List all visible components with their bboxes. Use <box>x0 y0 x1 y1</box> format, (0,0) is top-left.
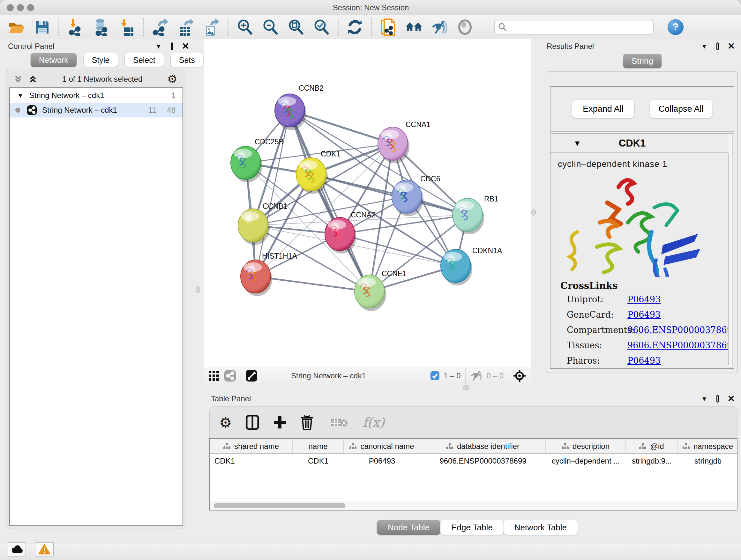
node-CDK1[interactable] <box>296 158 328 194</box>
zoom-out-button[interactable] <box>262 18 279 36</box>
birds-eye-toggle-button[interactable] <box>456 18 474 36</box>
export-image-button[interactable] <box>203 18 220 36</box>
node-CCNB2[interactable] <box>275 94 307 130</box>
add-column-icon[interactable] <box>273 416 286 429</box>
tab-node-table[interactable]: Node Table <box>377 520 441 535</box>
edge-CCNB2-HIST1H1A[interactable] <box>256 111 290 276</box>
zoom-selected-button[interactable] <box>313 18 330 36</box>
help-button[interactable]: ? <box>668 19 684 35</box>
search-field[interactable] <box>494 20 654 35</box>
results-scrollbar[interactable] <box>729 135 733 368</box>
column-header-database-identifier[interactable]: database identifier <box>420 439 546 453</box>
results-panel-body: Expand All Collapse All ▼ CDK1 cyclin–de… <box>547 71 738 373</box>
birds-eye-view-icon[interactable] <box>246 370 258 382</box>
edge-CCNA2-CDKN1A[interactable] <box>340 234 456 266</box>
open-session-from-cloud-button[interactable] <box>380 18 397 36</box>
column-header-shared-name[interactable]: shared name <box>210 439 293 453</box>
warnings-button[interactable] <box>35 543 54 557</box>
node-label-CCNA1: CCNA1 <box>406 120 430 129</box>
gear-icon[interactable]: ⚙ <box>167 72 178 86</box>
edge-CDK1-RB1[interactable] <box>311 174 468 215</box>
tab-style[interactable]: Style <box>84 53 118 67</box>
export-table-button[interactable] <box>177 18 194 36</box>
crosslink-link[interactable]: 9606.ENSP00000378699 <box>627 340 729 350</box>
left-splitter-handle[interactable] <box>196 287 200 293</box>
crosslink-link[interactable]: P06493 <box>627 310 661 320</box>
tab-edge-table[interactable]: Edge Table <box>441 520 503 535</box>
network-graph[interactable]: CCNB2CCNA1CDC25BCDK1CDC6RB1CCNB1CCNA2CDK… <box>204 39 531 367</box>
open-session-button[interactable] <box>8 18 25 36</box>
float-panel-icon[interactable] <box>171 43 173 50</box>
table-hscrollbar[interactable] <box>209 502 738 510</box>
node-CCNE1[interactable] <box>354 275 386 311</box>
collapse-all-button[interactable]: Collapse All <box>650 100 712 118</box>
network-row[interactable]: String Network – cdk1 11 48 <box>10 103 183 118</box>
network-canvas[interactable]: CCNB2CCNA1CDC25BCDK1CDC6RB1CCNB1CCNA2CDK… <box>204 39 531 367</box>
network-view-icon[interactable] <box>224 370 236 382</box>
refresh-view-button[interactable] <box>346 18 363 36</box>
column-header-canonical-name[interactable]: canonical name <box>344 439 420 453</box>
network-status-bar: String Network – cdk1 1 – 0 0 – 0 <box>204 367 531 384</box>
zoom-fit-button[interactable] <box>287 18 305 36</box>
close-panel-icon[interactable]: ✕ <box>182 43 189 50</box>
cloud-status-button[interactable] <box>8 543 26 557</box>
horizontal-splitter-handle[interactable] <box>463 385 469 390</box>
import-table-file-button[interactable] <box>118 18 135 36</box>
expand-all-icon[interactable] <box>28 74 38 84</box>
node-CCNA2[interactable] <box>325 217 356 253</box>
network-selection-status: 1 of 1 Network selected <box>38 75 167 84</box>
save-session-button[interactable] <box>33 18 51 36</box>
close-panel-icon[interactable]: ✕ <box>728 395 735 402</box>
delete-column-trash-icon[interactable] <box>300 415 313 430</box>
float-panel-icon[interactable] <box>717 395 719 402</box>
table-gear-icon[interactable]: ⚙ <box>219 415 232 431</box>
node-CDC6[interactable] <box>392 180 423 216</box>
grid-view-icon[interactable] <box>208 370 219 381</box>
import-network-file-button[interactable] <box>67 18 84 36</box>
tab-network[interactable]: Network <box>30 53 77 67</box>
float-panel-icon[interactable] <box>717 43 719 50</box>
node-CDC25B[interactable] <box>231 146 262 182</box>
crosslink-link[interactable]: P06493 <box>627 356 661 365</box>
cdk1-entry-content: cyclin–dependent kinase 1 <box>553 154 729 365</box>
expand-all-button[interactable]: Expand All <box>572 100 634 118</box>
column-header-name[interactable]: name <box>293 439 344 453</box>
import-network-database-button[interactable] <box>92 18 110 36</box>
crosslink-link[interactable]: 9606.ENSP00000378699 <box>627 325 729 335</box>
collapse-entry-icon[interactable]: ▼ <box>574 139 581 148</box>
zoom-in-button[interactable] <box>236 18 253 36</box>
panel-menu-icon[interactable]: ▼ <box>701 43 708 50</box>
panel-menu-icon[interactable]: ▼ <box>155 43 162 50</box>
column-header--id[interactable]: @id <box>626 439 678 453</box>
tab-string[interactable]: String <box>623 54 662 68</box>
node-RB1[interactable] <box>453 198 484 234</box>
edge-CCNB2-CCNE1[interactable] <box>290 111 369 292</box>
cdk1-entry-header[interactable]: ▼ CDK1 <box>550 134 734 152</box>
close-panel-icon[interactable]: ✕ <box>728 43 735 50</box>
control-panel-window-controls: ▼ ✕ <box>155 43 189 50</box>
tree-expander-icon[interactable]: ▼ <box>17 92 23 99</box>
edge-HIST1H1A-CCNE1[interactable] <box>256 276 369 292</box>
network-collection-row[interactable]: ▼ String Network – cdk1 1 <box>10 88 183 103</box>
tab-sets[interactable]: Sets <box>171 53 203 67</box>
column-header-namespace[interactable]: namespace <box>678 439 738 453</box>
panel-menu-icon[interactable]: ▼ <box>701 395 708 402</box>
collapse-all-icon[interactable] <box>13 74 23 84</box>
export-network-button[interactable] <box>151 18 169 36</box>
fit-content-crosshair-icon[interactable] <box>513 369 526 382</box>
tab-network-table[interactable]: Network Table <box>503 520 578 535</box>
node-CDKN1A[interactable] <box>441 249 472 286</box>
return-to-start-button[interactable] <box>405 18 422 36</box>
search-input[interactable] <box>508 23 648 32</box>
column-header-description[interactable]: description <box>546 439 626 453</box>
tab-select[interactable]: Select <box>125 53 163 67</box>
crosslink-link[interactable]: P06493 <box>627 294 661 304</box>
entry-description: cyclin–dependent kinase 1 <box>558 159 728 169</box>
show-hide-graphics-details-button[interactable] <box>431 18 448 36</box>
show-columns-icon[interactable] <box>246 415 259 430</box>
table-hscrollbar-thumb[interactable] <box>214 503 345 508</box>
right-splitter-handle[interactable] <box>531 209 536 215</box>
selected-checkbox-icon[interactable] <box>430 371 440 381</box>
node-CCNA1[interactable] <box>378 127 409 163</box>
table-row[interactable]: CDK1CDK1P064939606.ENSP00000378699cyclin… <box>210 454 737 469</box>
